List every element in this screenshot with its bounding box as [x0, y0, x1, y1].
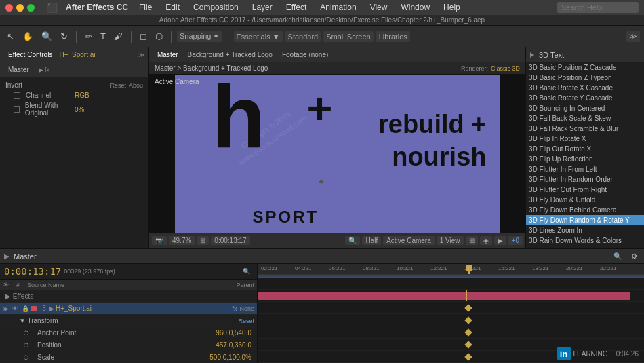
menu-layer[interactable]: Layer	[249, 3, 275, 12]
preview-icon[interactable]: ▶	[494, 236, 506, 245]
effect-item-6[interactable]: 3D Fall Rack Scramble & Blur	[526, 123, 644, 134]
effect-item-8[interactable]: 3D Flip Out Rotate X	[526, 144, 644, 154]
channel-value[interactable]: RGB	[75, 92, 89, 99]
snapping-label[interactable]: Snapping ✦	[177, 31, 222, 42]
scale-value[interactable]: 500.0,100.0%	[209, 354, 254, 361]
layer-solo-btn[interactable]: ◉	[3, 305, 12, 312]
layer-name[interactable]: H+_Sport.ai	[56, 305, 232, 312]
rotate-tool[interactable]: ↻	[58, 30, 71, 43]
transform-reset[interactable]: Reset	[238, 318, 254, 324]
menu-file[interactable]: File	[136, 3, 155, 12]
standard-label[interactable]: Standard	[285, 31, 321, 42]
view-control[interactable]: 1 View	[437, 236, 464, 245]
keyframe-rotation[interactable]	[464, 341, 472, 348]
zoom-level[interactable]: 49.7%	[169, 236, 195, 245]
grid-icon[interactable]: ⊞	[466, 236, 478, 245]
magnifier-icon[interactable]: 🔍	[345, 236, 360, 245]
menu-animation[interactable]: Animation	[317, 3, 359, 12]
libraries-label[interactable]: Libraries	[376, 31, 410, 42]
position-value[interactable]: 457.0,360.0	[216, 341, 254, 349]
tl-transform-header[interactable]: ▼ Transform Reset	[0, 315, 257, 327]
layer-lock-btn[interactable]: 🔒	[22, 305, 31, 312]
effect-item-14[interactable]: 3D Fly Down Behind Camera	[526, 205, 644, 215]
parent-dropdown[interactable]: None	[239, 305, 254, 312]
small-screen-label[interactable]: Small Screen	[323, 31, 373, 42]
keyframe-position[interactable]	[464, 316, 472, 324]
menu-view[interactable]: View	[367, 3, 390, 12]
essentials-label[interactable]: Essentials ▼	[234, 31, 283, 42]
pen-tool[interactable]: ✏	[82, 30, 95, 43]
effect-item-13[interactable]: 3D Fly Down & Unfold	[526, 195, 644, 205]
blend-value[interactable]: 0%	[75, 106, 84, 113]
menu-window[interactable]: Window	[398, 3, 432, 12]
tl-layer-row-main[interactable]: ◉ 👁 🔒 3 ▶ H+_Sport.ai fx None	[0, 303, 257, 315]
selection-tool[interactable]: ↖	[4, 30, 17, 43]
keyframe-anchor[interactable]	[464, 304, 472, 311]
effect-item-17[interactable]: 3D Rain Down Words & Colors	[526, 235, 644, 246]
keyframe-scale[interactable]	[464, 328, 472, 336]
timeline-playhead[interactable]	[466, 290, 467, 301]
search-input[interactable]	[557, 2, 639, 13]
text-tool[interactable]: T	[98, 30, 108, 43]
effect-item-4[interactable]: 3D Bouncing In Centered	[526, 103, 644, 113]
timeline-search-btn[interactable]: 🔍	[611, 251, 624, 261]
effect-label-17: 3D Rain Down Words & Colors	[529, 237, 622, 244]
anchor-stopwatch[interactable]: ⏱	[3, 330, 29, 337]
menu-help[interactable]: Help	[441, 3, 463, 12]
blend-checkbox[interactable]	[14, 106, 20, 113]
mask-tool[interactable]: ◻	[137, 30, 150, 43]
comp-viewport[interactable]: Active Camera h + rebuild + nourish SPOR…	[149, 75, 525, 233]
channel-checkbox[interactable]	[14, 92, 20, 99]
maximize-button[interactable]	[27, 4, 35, 12]
menu-composition[interactable]: Composition	[190, 3, 241, 12]
layer-bar[interactable]	[258, 292, 630, 300]
keyframe-opacity[interactable]	[464, 353, 472, 360]
resolution-control[interactable]: Half	[362, 236, 381, 245]
scale-stopwatch[interactable]: ⏱	[3, 354, 29, 361]
effect-item-18[interactable]: 3D Random Spike Tumble	[526, 246, 644, 248]
timecode[interactable]: 0:00:13:17	[4, 266, 61, 277]
hand-tool[interactable]: ✋	[20, 30, 36, 43]
invert-about[interactable]: Abou	[129, 82, 143, 89]
panel-tab-effectcontrols[interactable]: Effect Controls	[4, 50, 56, 60]
comp-tab-background[interactable]: Background + Tracked Logo	[184, 50, 277, 60]
tl-zoom-btn[interactable]: 🔍	[240, 267, 253, 276]
effect-item-11[interactable]: 3D Flutter In Random Order	[526, 174, 644, 185]
effect-item-1[interactable]: 3D Basic Position Z Typeon	[526, 73, 644, 83]
search-label[interactable]: ≫	[626, 31, 640, 42]
layer-expand[interactable]: ▶	[49, 305, 54, 312]
menu-edit[interactable]: Edit	[163, 3, 182, 12]
effect-item-16[interactable]: 3D Lines Zoom In	[526, 225, 644, 235]
position-stopwatch[interactable]: ⏱	[3, 342, 29, 349]
effect-item-0[interactable]: 3D Basic Position Z Cascade	[526, 62, 644, 73]
channel-icon[interactable]: ◈	[480, 236, 492, 245]
effect-item-2[interactable]: 3D Basic Rotate X Cascade	[526, 83, 644, 93]
effect-item-15[interactable]: 3D Fly Down Random & Rotate Y	[526, 215, 644, 225]
effect-item-7[interactable]: 3D Flip In Rotate X	[526, 134, 644, 144]
anchor-value[interactable]: 960.0,540.0	[216, 329, 254, 337]
zoom-control[interactable]: 📷	[152, 236, 167, 245]
menu-effect[interactable]: Effect	[283, 3, 309, 12]
renderer-label[interactable]: Classic 3D	[491, 65, 520, 72]
camera-control[interactable]: Active Camera	[383, 236, 435, 245]
zoom-tool[interactable]: 🔍	[39, 30, 55, 43]
shape-tool[interactable]: ⬡	[153, 30, 165, 43]
brush-tool[interactable]: 🖌	[111, 30, 125, 43]
timeline-settings-btn[interactable]: ⚙	[628, 251, 640, 261]
effect-item-9[interactable]: 3D Flip Up Reflection	[526, 154, 644, 164]
minimize-button[interactable]	[16, 4, 24, 12]
effect-item-10[interactable]: 3D Flutter In From Left	[526, 164, 644, 174]
panel-expand-btn[interactable]: ≫	[138, 52, 144, 58]
layer-eye-btn[interactable]: 👁	[12, 305, 22, 312]
invert-reset[interactable]: Reset	[110, 82, 126, 89]
master-tab[interactable]: Master	[4, 64, 33, 75]
effect-item-5[interactable]: 3D Fall Back Scale & Skew	[526, 113, 644, 123]
effect-item-12[interactable]: 3D Flutter Out From Right	[526, 185, 644, 195]
fit-control[interactable]: ⊞	[197, 236, 209, 245]
comp-tab-footage[interactable]: Footage (none)	[278, 50, 332, 60]
close-button[interactable]	[5, 4, 13, 12]
effect-item-3[interactable]: 3D Basic Rotate Y Cascade	[526, 93, 644, 103]
plus-btn[interactable]: +0	[508, 236, 523, 245]
comp-tab-master[interactable]: Master	[153, 50, 182, 60]
ruler-mark-2: 06:221	[329, 265, 345, 271]
